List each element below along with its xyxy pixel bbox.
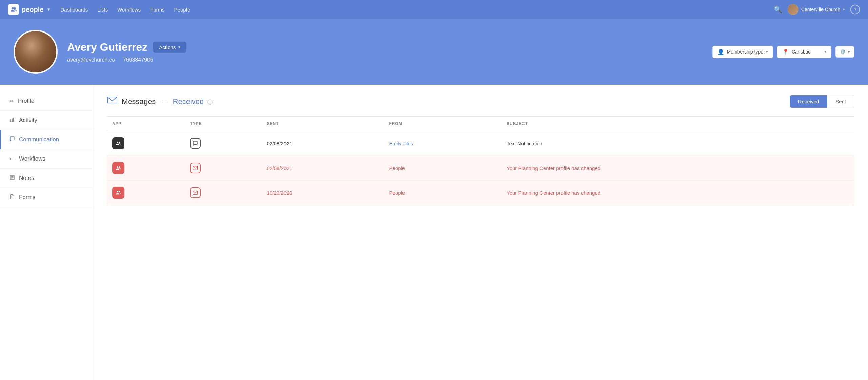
nav-links: Dashboards Lists Workflows Forms People <box>60 7 773 13</box>
org-caret: ▾ <box>843 7 845 12</box>
app-icon-people-red <box>112 162 124 174</box>
profile-phone: 7608847906 <box>123 57 153 63</box>
profile-avatar <box>14 30 58 74</box>
sidebar-item-forms[interactable]: Forms <box>0 188 93 207</box>
svg-point-12 <box>119 142 120 143</box>
row3-from[interactable]: People <box>383 181 501 205</box>
sidebar-item-workflows[interactable]: ≔ Workflows <box>0 149 93 169</box>
help-button[interactable]: ? <box>850 5 860 14</box>
tab-received[interactable]: Received <box>790 95 828 108</box>
table-row: 02/08/2021 Emily Jiles Text Notification <box>107 131 854 156</box>
location-label: Carlsbad <box>792 49 811 55</box>
messages-body: 02/08/2021 Emily Jiles Text Notification <box>107 131 854 205</box>
brand-caret: ▾ <box>47 7 50 12</box>
profile-details: avery@cvchurch.co 7608847906 <box>67 57 712 63</box>
brand-logo[interactable]: people ▾ <box>8 4 50 15</box>
row3-sent: 10/29/2020 <box>261 181 384 205</box>
sidebar-item-notes[interactable]: Notes <box>0 169 93 188</box>
profile-header: Avery Gutierrez Actions ▾ avery@cvchurch… <box>0 19 868 85</box>
profile-name: Avery Gutierrez <box>67 41 147 54</box>
workflows-icon: ≔ <box>9 156 15 162</box>
table-row: 02/08/2021 People Your Planning Center p… <box>107 156 854 181</box>
nav-profile[interactable]: Centerville Church ▾ <box>788 4 845 15</box>
membership-icon: 👤 <box>717 49 724 55</box>
tab-buttons: Received Sent <box>790 95 854 108</box>
profile-right: 👤 Membership type ▾ 📍 Carlsbad ▾ 🛡️ ▾ <box>712 46 854 58</box>
app-icon-people-dark <box>112 137 124 149</box>
actions-caret: ▾ <box>178 45 180 49</box>
messages-title: Messages — Received ⓘ <box>122 97 213 106</box>
communication-icon <box>9 136 15 143</box>
row1-sent: 02/08/2021 <box>261 131 384 156</box>
search-icon[interactable]: 🔍 <box>774 5 782 14</box>
nav-lists[interactable]: Lists <box>97 7 108 13</box>
org-name: Centerville Church <box>801 7 840 12</box>
membership-caret: ▾ <box>766 50 768 54</box>
membership-label: Membership type <box>727 49 763 55</box>
col-from: FROM <box>383 117 501 131</box>
sidebar-item-activity[interactable]: Activity <box>0 111 93 130</box>
svg-point-13 <box>117 166 119 168</box>
row1-from[interactable]: Emily Jiles <box>383 131 501 156</box>
sidebar-label-profile: Profile <box>18 98 34 104</box>
sidebar-item-profile[interactable]: ✏ Profile <box>0 91 93 111</box>
avatar <box>788 4 798 15</box>
type-email-icon-red-2 <box>190 187 201 198</box>
col-type: TYPE <box>184 117 261 131</box>
row1-type <box>184 131 261 156</box>
sidebar-label-activity: Activity <box>19 117 37 124</box>
location-caret: ▾ <box>824 50 826 54</box>
top-navigation: people ▾ Dashboards Lists Workflows Form… <box>0 0 868 19</box>
row3-app <box>107 181 184 205</box>
info-icon: ⓘ <box>207 99 213 105</box>
table-header: APP TYPE SENT FROM SUBJECT <box>107 117 854 131</box>
main-content: ✏ Profile Activity Communication ≔ Workf… <box>0 85 868 380</box>
messages-title-row: Messages — Received ⓘ <box>107 96 213 107</box>
nav-right: 🔍 Centerville Church ▾ ? <box>774 4 860 15</box>
location-dropdown[interactable]: 📍 Carlsbad ▾ <box>777 46 831 58</box>
sidebar-label-notes: Notes <box>19 175 34 182</box>
svg-point-14 <box>119 166 120 168</box>
col-app: APP <box>107 117 184 131</box>
row2-from[interactable]: People <box>383 156 501 181</box>
type-chat-icon <box>190 138 201 149</box>
row2-sent: 02/08/2021 <box>261 156 384 181</box>
col-sent: SENT <box>261 117 384 131</box>
messages-active-tab: Received <box>173 97 204 106</box>
row2-type <box>184 156 261 181</box>
messages-header: Messages — Received ⓘ Received Sent <box>107 95 854 108</box>
extra-dropdown[interactable]: 🛡️ ▾ <box>835 46 854 58</box>
membership-type-dropdown[interactable]: 👤 Membership type ▾ <box>712 46 773 58</box>
sidebar-item-communication[interactable]: Communication <box>0 130 93 149</box>
type-email-icon-red <box>190 163 201 173</box>
table-row: 10/29/2020 People Your Planning Center p… <box>107 181 854 205</box>
actions-button[interactable]: Actions ▾ <box>153 42 186 53</box>
extra-caret: ▾ <box>848 49 850 55</box>
brand-name: people <box>22 6 43 14</box>
profile-info: Avery Gutierrez Actions ▾ avery@cvchurch… <box>67 41 712 63</box>
sidebar-label-workflows: Workflows <box>19 155 45 162</box>
tab-sent[interactable]: Sent <box>827 95 854 108</box>
location-icon: 📍 <box>782 49 789 55</box>
brand-icon <box>8 4 19 15</box>
sidebar: ✏ Profile Activity Communication ≔ Workf… <box>0 85 93 380</box>
svg-point-1 <box>14 7 16 9</box>
svg-rect-4 <box>13 118 14 122</box>
nav-people[interactable]: People <box>174 7 190 13</box>
profile-icon: ✏ <box>9 98 14 104</box>
nav-workflows[interactable]: Workflows <box>117 7 141 13</box>
messages-icon <box>107 96 118 107</box>
row3-type <box>184 181 261 205</box>
svg-point-16 <box>117 191 119 193</box>
forms-icon <box>9 194 15 201</box>
svg-point-17 <box>119 191 120 193</box>
svg-rect-3 <box>12 119 13 121</box>
nav-forms[interactable]: Forms <box>150 7 165 13</box>
row1-subject: Text Notification <box>501 131 854 156</box>
nav-dashboards[interactable]: Dashboards <box>60 7 88 13</box>
row2-subject: Your Planning Center profile has changed <box>501 156 854 181</box>
notes-icon <box>9 175 15 182</box>
content-area: Messages — Received ⓘ Received Sent APP … <box>93 85 868 380</box>
activity-icon <box>9 117 15 124</box>
messages-table: APP TYPE SENT FROM SUBJECT <box>107 116 854 205</box>
